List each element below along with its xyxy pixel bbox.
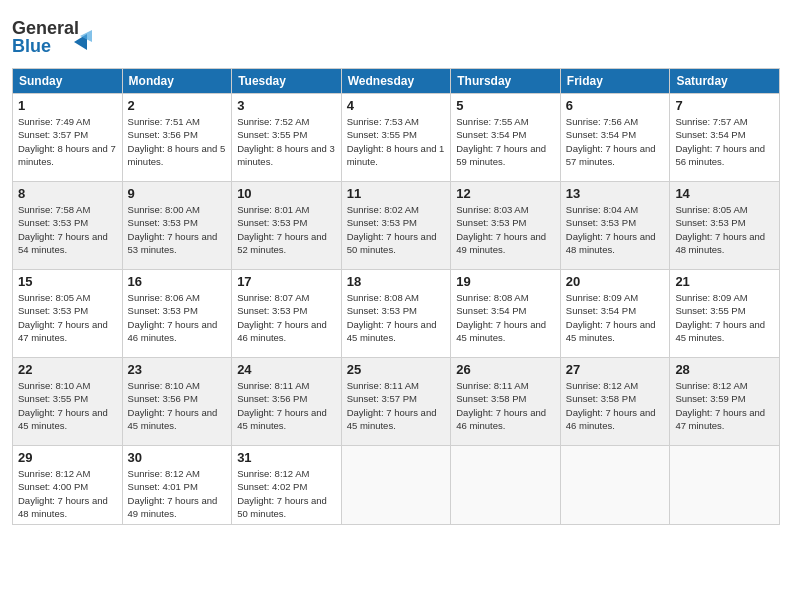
day-info: Sunrise: 8:09 AMSunset: 3:55 PMDaylight:… [675, 291, 774, 344]
day-info: Sunrise: 8:03 AMSunset: 3:53 PMDaylight:… [456, 203, 555, 256]
day-info: Sunrise: 8:09 AMSunset: 3:54 PMDaylight:… [566, 291, 665, 344]
day-info: Sunrise: 7:58 AMSunset: 3:53 PMDaylight:… [18, 203, 117, 256]
calendar-cell: 18Sunrise: 8:08 AMSunset: 3:53 PMDayligh… [341, 270, 451, 358]
day-number: 10 [237, 186, 336, 201]
calendar-cell [670, 446, 780, 525]
calendar-cell: 12Sunrise: 8:03 AMSunset: 3:53 PMDayligh… [451, 182, 561, 270]
day-number: 1 [18, 98, 117, 113]
day-info: Sunrise: 8:12 AMSunset: 4:02 PMDaylight:… [237, 467, 336, 520]
calendar-cell: 29Sunrise: 8:12 AMSunset: 4:00 PMDayligh… [13, 446, 123, 525]
day-number: 22 [18, 362, 117, 377]
day-info: Sunrise: 8:05 AMSunset: 3:53 PMDaylight:… [675, 203, 774, 256]
calendar-cell: 27Sunrise: 8:12 AMSunset: 3:58 PMDayligh… [560, 358, 670, 446]
day-number: 31 [237, 450, 336, 465]
day-header-monday: Monday [122, 69, 232, 94]
day-number: 15 [18, 274, 117, 289]
day-number: 4 [347, 98, 446, 113]
calendar-cell: 23Sunrise: 8:10 AMSunset: 3:56 PMDayligh… [122, 358, 232, 446]
calendar-cell: 24Sunrise: 8:11 AMSunset: 3:56 PMDayligh… [232, 358, 342, 446]
week-row-5: 29Sunrise: 8:12 AMSunset: 4:00 PMDayligh… [13, 446, 780, 525]
day-info: Sunrise: 8:10 AMSunset: 3:56 PMDaylight:… [128, 379, 227, 432]
day-header-tuesday: Tuesday [232, 69, 342, 94]
day-info: Sunrise: 8:05 AMSunset: 3:53 PMDaylight:… [18, 291, 117, 344]
day-number: 2 [128, 98, 227, 113]
day-number: 26 [456, 362, 555, 377]
day-info: Sunrise: 7:56 AMSunset: 3:54 PMDaylight:… [566, 115, 665, 168]
week-row-2: 8Sunrise: 7:58 AMSunset: 3:53 PMDaylight… [13, 182, 780, 270]
day-info: Sunrise: 7:51 AMSunset: 3:56 PMDaylight:… [128, 115, 227, 168]
day-number: 17 [237, 274, 336, 289]
calendar-cell: 6Sunrise: 7:56 AMSunset: 3:54 PMDaylight… [560, 94, 670, 182]
calendar-cell: 16Sunrise: 8:06 AMSunset: 3:53 PMDayligh… [122, 270, 232, 358]
day-number: 25 [347, 362, 446, 377]
day-number: 21 [675, 274, 774, 289]
day-number: 11 [347, 186, 446, 201]
day-number: 29 [18, 450, 117, 465]
day-number: 18 [347, 274, 446, 289]
day-header-sunday: Sunday [13, 69, 123, 94]
day-number: 23 [128, 362, 227, 377]
day-number: 13 [566, 186, 665, 201]
calendar-cell: 25Sunrise: 8:11 AMSunset: 3:57 PMDayligh… [341, 358, 451, 446]
calendar-cell: 9Sunrise: 8:00 AMSunset: 3:53 PMDaylight… [122, 182, 232, 270]
day-info: Sunrise: 8:12 AMSunset: 3:59 PMDaylight:… [675, 379, 774, 432]
svg-text:Blue: Blue [12, 36, 51, 56]
day-info: Sunrise: 8:02 AMSunset: 3:53 PMDaylight:… [347, 203, 446, 256]
day-number: 3 [237, 98, 336, 113]
calendar-cell: 10Sunrise: 8:01 AMSunset: 3:53 PMDayligh… [232, 182, 342, 270]
day-number: 7 [675, 98, 774, 113]
week-row-1: 1Sunrise: 7:49 AMSunset: 3:57 PMDaylight… [13, 94, 780, 182]
calendar-cell: 8Sunrise: 7:58 AMSunset: 3:53 PMDaylight… [13, 182, 123, 270]
calendar-cell: 30Sunrise: 8:12 AMSunset: 4:01 PMDayligh… [122, 446, 232, 525]
calendar-cell: 20Sunrise: 8:09 AMSunset: 3:54 PMDayligh… [560, 270, 670, 358]
calendar-cell: 28Sunrise: 8:12 AMSunset: 3:59 PMDayligh… [670, 358, 780, 446]
calendar-cell: 22Sunrise: 8:10 AMSunset: 3:55 PMDayligh… [13, 358, 123, 446]
day-info: Sunrise: 7:52 AMSunset: 3:55 PMDaylight:… [237, 115, 336, 168]
day-info: Sunrise: 8:11 AMSunset: 3:57 PMDaylight:… [347, 379, 446, 432]
calendar-cell: 1Sunrise: 7:49 AMSunset: 3:57 PMDaylight… [13, 94, 123, 182]
calendar-cell [341, 446, 451, 525]
day-number: 12 [456, 186, 555, 201]
day-info: Sunrise: 8:01 AMSunset: 3:53 PMDaylight:… [237, 203, 336, 256]
day-info: Sunrise: 8:11 AMSunset: 3:56 PMDaylight:… [237, 379, 336, 432]
calendar-cell: 4Sunrise: 7:53 AMSunset: 3:55 PMDaylight… [341, 94, 451, 182]
svg-text:General: General [12, 18, 79, 38]
day-header-thursday: Thursday [451, 69, 561, 94]
day-number: 28 [675, 362, 774, 377]
logo: General Blue [12, 14, 102, 60]
day-number: 30 [128, 450, 227, 465]
day-info: Sunrise: 8:07 AMSunset: 3:53 PMDaylight:… [237, 291, 336, 344]
week-row-3: 15Sunrise: 8:05 AMSunset: 3:53 PMDayligh… [13, 270, 780, 358]
day-header-saturday: Saturday [670, 69, 780, 94]
day-info: Sunrise: 7:57 AMSunset: 3:54 PMDaylight:… [675, 115, 774, 168]
day-info: Sunrise: 8:10 AMSunset: 3:55 PMDaylight:… [18, 379, 117, 432]
day-number: 6 [566, 98, 665, 113]
calendar-cell [451, 446, 561, 525]
day-number: 16 [128, 274, 227, 289]
calendar-cell: 15Sunrise: 8:05 AMSunset: 3:53 PMDayligh… [13, 270, 123, 358]
calendar-cell: 5Sunrise: 7:55 AMSunset: 3:54 PMDaylight… [451, 94, 561, 182]
day-info: Sunrise: 8:08 AMSunset: 3:53 PMDaylight:… [347, 291, 446, 344]
calendar-cell: 21Sunrise: 8:09 AMSunset: 3:55 PMDayligh… [670, 270, 780, 358]
calendar-cell [560, 446, 670, 525]
calendar-cell: 11Sunrise: 8:02 AMSunset: 3:53 PMDayligh… [341, 182, 451, 270]
day-number: 9 [128, 186, 227, 201]
day-number: 14 [675, 186, 774, 201]
day-number: 27 [566, 362, 665, 377]
calendar-cell: 31Sunrise: 8:12 AMSunset: 4:02 PMDayligh… [232, 446, 342, 525]
day-info: Sunrise: 8:11 AMSunset: 3:58 PMDaylight:… [456, 379, 555, 432]
day-number: 20 [566, 274, 665, 289]
calendar-cell: 7Sunrise: 7:57 AMSunset: 3:54 PMDaylight… [670, 94, 780, 182]
calendar-header-row: SundayMondayTuesdayWednesdayThursdayFrid… [13, 69, 780, 94]
calendar-cell: 2Sunrise: 7:51 AMSunset: 3:56 PMDaylight… [122, 94, 232, 182]
day-number: 19 [456, 274, 555, 289]
day-number: 8 [18, 186, 117, 201]
day-header-wednesday: Wednesday [341, 69, 451, 94]
day-info: Sunrise: 8:06 AMSunset: 3:53 PMDaylight:… [128, 291, 227, 344]
calendar-cell: 3Sunrise: 7:52 AMSunset: 3:55 PMDaylight… [232, 94, 342, 182]
day-header-friday: Friday [560, 69, 670, 94]
day-info: Sunrise: 8:00 AMSunset: 3:53 PMDaylight:… [128, 203, 227, 256]
day-info: Sunrise: 7:53 AMSunset: 3:55 PMDaylight:… [347, 115, 446, 168]
day-info: Sunrise: 8:04 AMSunset: 3:53 PMDaylight:… [566, 203, 665, 256]
calendar-cell: 14Sunrise: 8:05 AMSunset: 3:53 PMDayligh… [670, 182, 780, 270]
